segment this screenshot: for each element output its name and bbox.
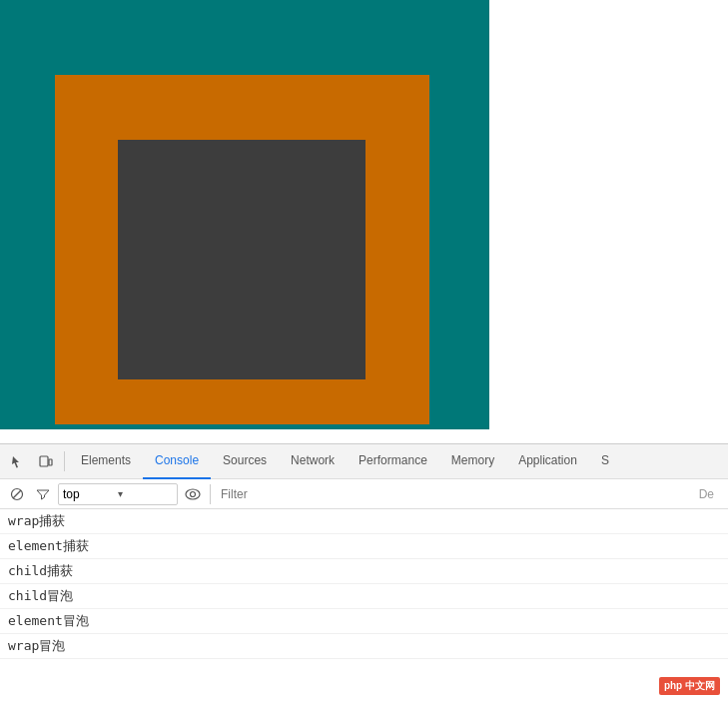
console-toolbar: top ▾ De — [0, 479, 728, 509]
devtools-tab-bar: Elements Console Sources Network Perform… — [0, 444, 728, 479]
svg-rect-1 — [49, 459, 52, 465]
device-icon[interactable] — [32, 444, 60, 479]
console-text: element冒泡 — [8, 612, 89, 630]
eye-icon[interactable] — [182, 483, 204, 505]
filter-icon[interactable] — [32, 483, 54, 505]
tab-separator — [64, 451, 65, 471]
browser-viewport — [0, 0, 728, 443]
console-text: element捕获 — [8, 537, 89, 555]
svg-rect-0 — [40, 456, 48, 466]
toolbar-divider — [210, 484, 211, 504]
console-line: child捕获 — [0, 559, 728, 584]
tab-elements[interactable]: Elements — [69, 444, 143, 479]
svg-point-4 — [186, 489, 200, 499]
console-text: wrap捕获 — [8, 512, 65, 530]
watermark: php 中文网 — [659, 677, 720, 695]
tab-console[interactable]: Console — [143, 444, 211, 479]
dark-box — [118, 140, 365, 379]
console-output: wrap捕获 element捕获 child捕获 child冒泡 element… — [0, 509, 728, 703]
context-value: top — [63, 487, 118, 501]
console-line: child冒泡 — [0, 584, 728, 609]
console-line: element冒泡 — [0, 609, 728, 634]
clear-console-icon[interactable] — [6, 483, 28, 505]
console-line: wrap捕获 — [0, 509, 728, 534]
context-select[interactable]: top ▾ — [58, 483, 178, 505]
console-text: wrap冒泡 — [8, 637, 65, 655]
de-label: De — [699, 487, 722, 501]
devtools-panel: Elements Console Sources Network Perform… — [0, 443, 728, 703]
chevron-down-icon: ▾ — [118, 488, 173, 499]
filter-input[interactable] — [217, 487, 695, 501]
tab-application[interactable]: Application — [506, 444, 589, 479]
tab-network[interactable]: Network — [279, 444, 347, 479]
console-line: element捕获 — [0, 534, 728, 559]
console-text: child冒泡 — [8, 587, 73, 605]
tab-memory[interactable]: Memory — [439, 444, 506, 479]
tab-sources[interactable]: Sources — [211, 444, 279, 479]
tab-more[interactable]: S — [589, 444, 621, 479]
svg-point-5 — [191, 491, 196, 496]
console-text: child捕获 — [8, 562, 73, 580]
tab-performance[interactable]: Performance — [347, 444, 439, 479]
svg-line-3 — [13, 490, 21, 498]
inspect-icon[interactable] — [4, 444, 32, 479]
console-line: wrap冒泡 — [0, 634, 728, 659]
